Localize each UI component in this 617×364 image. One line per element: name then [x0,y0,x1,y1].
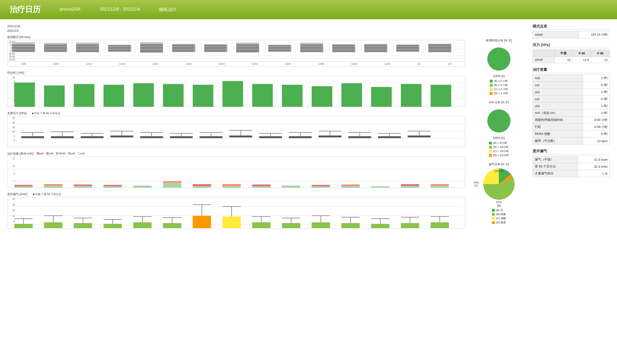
leak-pie-container: 25%(C) 14% (A) [483,169,514,200]
svg-rect-34 [312,86,332,107]
svg-rect-70 [289,136,312,138]
pressure-svg [7,116,465,147]
leak-pie-b-label: 57%(B) [496,201,502,208]
svg-rect-35 [341,83,362,107]
therapy-chart-section: 治疗质量 [事件/小时] oAI oHI hPrAI oAI oHI 15105… [7,152,465,188]
left-panel: 2021/12/8 2022/1/4 使用模式 [hh:mm] 12:008:0… [7,24,465,233]
usage-chart-section: 使用模式 [hh:mm] 12:008:004:000:0020:0016:00… [7,35,465,66]
therapy-chart: 151050 [7,156,465,188]
therapy-quality-section: 治疗质量 AHI2 /时 oAI0 /时 oHI2 /时 cAI0 /时 cHI… [533,67,610,144]
col-header-median: 中值 [554,50,573,57]
table-row: APAP 10 11.5 12 [533,57,610,63]
svg-rect-58 [170,136,193,138]
compliance-chart-section: 符合性 [小时] 1086420 [7,71,465,107]
usage-xaxis: 12/812/1012/1212/1412/1612/1812/2012/221… [7,61,465,66]
svg-rect-101 [223,184,241,186]
legend-color-c [492,217,495,220]
mode-overview-section: 模式总览 APAP 197:14 小时 [533,24,610,38]
svg-rect-150 [341,223,360,228]
leak-svg [7,197,465,228]
mode-value: 197:14 小时 [579,31,610,38]
leak-value: 1 % [578,170,610,177]
svg-rect-91 [74,186,92,188]
compliance-svg [7,76,465,107]
svg-rect-112 [431,186,449,188]
tq-value: 0 /时 [583,130,610,138]
svg-rect-36 [371,87,392,107]
svg-rect-76 [348,136,371,138]
svg-rect-25 [44,86,65,107]
legend-item: (C) ≥ 3 小时 [490,88,508,91]
header: 治疗日历 prisma20A 2021/12/8 - 2022/1/4 睡眠治疗 [0,0,617,19]
svg-rect-99 [193,184,211,186]
pressure-canvas [7,116,465,147]
table-row: 第 95 个百分点32.5 l/min [533,163,610,170]
legend-color-d [492,221,495,224]
table-row: AHI2 /时 [533,75,610,82]
legend-item: (B) 轻微 [492,212,506,216]
tq-label: oHI [533,89,583,96]
svg-rect-87 [14,186,33,188]
tq-value: 0:00 小时 [583,117,610,124]
pressure-stats-section: 压力 [hPa] 中值 P 90 P 95 APAP 10 11.5 1 [533,43,610,63]
leak-value: 12.5 l/min [578,156,610,163]
mode-overview-table: APAP 197:14 小时 [533,31,610,38]
tq-value: 0 /时 [583,96,610,103]
svg-rect-26 [74,84,94,107]
svg-rect-156 [401,223,419,228]
pressure-mode-label: APAP [533,57,555,63]
leak-chart: 403020100 [7,197,465,228]
legend-item: (D) < 3 小时 [490,91,508,95]
leak-chart-label: 意外漏气 [l/min] ■ 中值 T 第 95 个百分点 [7,192,465,196]
legend-color-c [489,150,492,153]
svg-rect-129 [133,222,152,228]
leak-pie-label-a: 14% (A) [494,169,504,172]
svg-rect-153 [371,224,390,229]
svg-rect-100 [223,186,241,188]
leak-pie-label-c: 25%(C) [473,181,479,187]
svg-rect-135 [193,216,211,229]
leak-label: 漏气（中值） [533,156,578,163]
table-row: 频率（中位数）13 bpm [533,138,610,144]
svg-rect-141 [252,222,270,228]
svg-rect-90 [44,184,62,186]
leak-canvas [7,197,465,228]
legend-color-b [492,213,495,216]
legend-item: (A) 无 [492,208,506,212]
ahi-pie-section: AHI 分布 [% 天] 100% (A) (A) < 5/小时 (B) < 1… [473,101,525,157]
legend-item: (C) < 15/小时 [489,149,509,153]
svg-rect-138 [223,217,241,228]
svg-rect-82 [408,136,431,138]
tq-label: AHI（包括 cH） [533,110,583,117]
svg-rect-147 [312,222,330,228]
legend-item: (D) 较差 [492,221,506,224]
usage-pie-wrapper: 100% (A) (A) ≥ 5 小时 (B) ≥ 4 小时 (C) ≥ 3 小… [473,45,525,96]
svg-rect-94 [104,185,122,186]
svg-point-163 [487,109,511,132]
therapy-svg [7,157,465,188]
mode-overview-title: 模式总览 [533,24,610,30]
pressure-p95: 12 [591,57,610,63]
svg-rect-29 [163,84,184,107]
table-row: 大量漏气部分1 % [533,170,610,177]
usage-pie-percent: 100% (A) [493,74,505,78]
therapy-canvas [7,157,465,188]
date-range: 2021/12/8 2022/1/4 [7,24,465,33]
leak-label: 大量漏气部分 [533,170,578,177]
legend-color-a [492,209,495,212]
svg-rect-144 [282,223,300,228]
header-mode: 睡眠治疗 [159,7,176,13]
leak-value: 32.5 l/min [578,163,610,170]
leak-pie-conic [483,169,514,200]
svg-rect-55 [140,136,163,138]
svg-rect-132 [163,223,181,228]
pressure-median: 10 [554,57,573,63]
ahi-pie-svg [485,106,513,135]
svg-rect-95 [133,186,152,188]
leak-pie-wrapper: 25%(C) 14% (A) 57%(B) (A) 无 (B) 轻微 [473,169,525,225]
ahi-pie-title: AHI 分布 [% 天] [473,101,525,104]
table-row: AHI（包括 cH）3 /时 [533,110,610,117]
svg-rect-38 [431,85,451,107]
svg-rect-28 [133,83,154,107]
svg-rect-113 [431,184,449,186]
